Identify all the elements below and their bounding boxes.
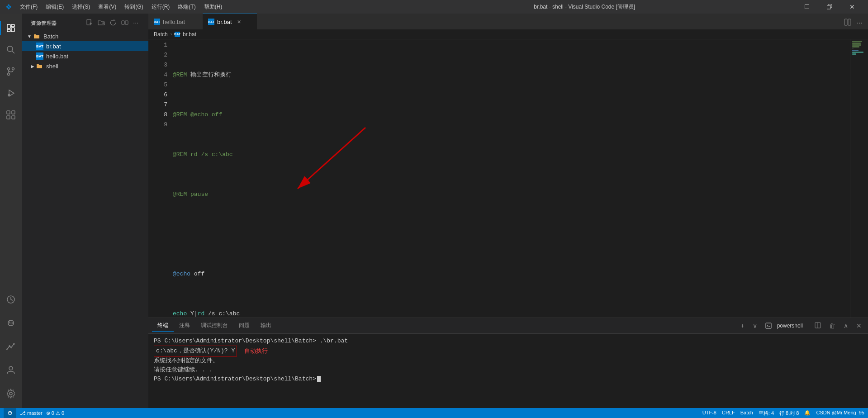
new-file-icon[interactable] bbox=[85, 18, 94, 28]
titlebar-title: br.bat - shell - Visual Studio Code [管理员… bbox=[395, 3, 774, 11]
menu-terminal[interactable]: 终端(T) bbox=[174, 2, 199, 12]
activity-run[interactable] bbox=[0, 82, 22, 104]
folder-batch-name: Batch bbox=[43, 33, 58, 40]
activity-remote[interactable] bbox=[0, 312, 22, 334]
breadcrumb-batch[interactable]: Batch bbox=[154, 31, 168, 38]
chevron-down-icon: ▼ bbox=[27, 34, 32, 39]
menu-view[interactable]: 查看(V) bbox=[95, 2, 120, 12]
folder-shell[interactable]: ▶ shell bbox=[22, 61, 148, 71]
activity-bottom bbox=[0, 289, 22, 404]
menu-file[interactable]: 文件(F) bbox=[16, 2, 41, 12]
folder-shell-name: shell bbox=[46, 63, 58, 70]
svg-rect-1 bbox=[805, 5, 809, 9]
activity-settings[interactable] bbox=[0, 383, 22, 404]
window-maximize[interactable] bbox=[797, 0, 817, 14]
terminal-tab-comments[interactable]: 注释 bbox=[174, 320, 195, 332]
line-num-7: 7 bbox=[152, 100, 167, 110]
svg-point-12 bbox=[12, 68, 14, 70]
tab-hello-bat[interactable]: BAT hello.bat bbox=[148, 14, 203, 29]
activity-extensions[interactable] bbox=[0, 104, 22, 126]
terminal-tab-output[interactable]: 输出 bbox=[255, 320, 277, 332]
terminal-close-icon[interactable]: ✕ bbox=[854, 321, 864, 330]
titlebar-controls: ✕ bbox=[774, 0, 863, 14]
terminal-tab-terminal[interactable]: 终端 bbox=[152, 320, 174, 332]
status-language[interactable]: Batch bbox=[740, 410, 753, 417]
svg-point-10 bbox=[8, 68, 10, 70]
status-line-ending[interactable]: CRLF bbox=[722, 410, 735, 417]
window-minimize[interactable] bbox=[774, 0, 795, 14]
main-layout: 资源管理器 bbox=[0, 14, 868, 408]
code-line-1: @REM 输出空行和换行 bbox=[171, 70, 850, 80]
terminal-line-4: 请按任意键继续. . . bbox=[154, 366, 863, 375]
terminal-tab-problems[interactable]: 问题 bbox=[233, 320, 255, 332]
menu-select[interactable]: 选择(S) bbox=[68, 2, 94, 12]
status-encoding[interactable]: UTF-8 bbox=[702, 410, 716, 417]
activity-explorer[interactable] bbox=[0, 17, 22, 39]
code-editor[interactable]: 1 2 3 4 5 6 7 8 9 @REM 输出空行和换行 bbox=[148, 39, 868, 318]
activity-source-control[interactable] bbox=[0, 61, 22, 82]
remote-status[interactable] bbox=[4, 408, 16, 418]
line-num-4: 4 bbox=[152, 70, 167, 80]
editor-area: BAT hello.bat BAT br.bat × ··· bbox=[148, 14, 868, 408]
activity-account[interactable] bbox=[0, 359, 22, 381]
terminal-expand-icon[interactable]: ∧ bbox=[841, 321, 851, 330]
window-close[interactable]: ✕ bbox=[842, 0, 863, 14]
terminal-chevron-icon[interactable]: ∨ bbox=[750, 321, 760, 330]
split-editor-icon[interactable] bbox=[842, 17, 853, 29]
folder-icon bbox=[33, 33, 40, 39]
terminal-tab-actions: + ∨ powershell bbox=[738, 321, 864, 331]
activity-search[interactable] bbox=[0, 39, 22, 61]
terminal-line-2: c:\abc，是否确认(Y/N)? Y 自动执行 bbox=[154, 346, 863, 356]
svg-rect-3 bbox=[827, 5, 830, 9]
file-hello-bat[interactable]: BAT hello.bat bbox=[22, 51, 148, 61]
sidebar-tree: ▼ Batch BAT br.bat BAT hello.bat ▶ bbox=[22, 31, 148, 408]
status-line-col[interactable]: 行 8,列 8 bbox=[779, 410, 799, 417]
code-line-5 bbox=[171, 229, 850, 239]
svg-rect-28 bbox=[87, 19, 91, 25]
terminal-tab-debug[interactable]: 调试控制台 bbox=[195, 320, 233, 332]
svg-line-9 bbox=[12, 51, 15, 54]
split-terminal-icon[interactable] bbox=[812, 321, 824, 331]
line-num-3: 3 bbox=[152, 60, 167, 70]
sidebar-header-icons: ··· bbox=[85, 18, 139, 28]
vscode-logo: ❖ bbox=[5, 3, 12, 11]
terminal-line-1: PS C:\Users\Administrator\Desktop\shell\… bbox=[154, 337, 863, 346]
menu-edit[interactable]: 编辑(E) bbox=[42, 2, 67, 12]
status-spaces[interactable]: 空格: 4 bbox=[759, 410, 774, 417]
activity-timeline[interactable] bbox=[0, 289, 22, 310]
status-bar: ⎇ master ⊗ 0 ⚠ 0 UTF-8 CRLF Batch 空格: 4 … bbox=[0, 408, 868, 418]
tab-actions: ··· bbox=[839, 17, 868, 29]
breadcrumb-file-icon: BAT bbox=[175, 32, 180, 37]
more-icon[interactable]: ··· bbox=[132, 18, 139, 28]
menu-run[interactable]: 运行(R) bbox=[148, 2, 174, 12]
window-restore[interactable] bbox=[819, 0, 840, 14]
new-folder-icon[interactable] bbox=[97, 18, 106, 28]
folder-batch[interactable]: ▼ Batch bbox=[22, 31, 148, 41]
tab-br-bat[interactable]: BAT br.bat × bbox=[203, 14, 257, 29]
more-actions-icon[interactable]: ··· bbox=[855, 17, 864, 29]
errors-badge[interactable]: ⊗ 0 ⚠ 0 bbox=[46, 410, 64, 416]
code-content[interactable]: @REM 输出空行和换行 @REM @echo off @REM rd /s c… bbox=[171, 39, 850, 318]
code-line-2: @REM @echo off bbox=[171, 110, 850, 120]
terminal-content[interactable]: PS C:\Users\Administrator\Desktop\shell\… bbox=[148, 334, 868, 408]
status-notification[interactable]: 🔔 bbox=[804, 410, 811, 417]
code-line-3: @REM rd /s c:\abc bbox=[171, 150, 850, 160]
menu-goto[interactable]: 转到(G) bbox=[121, 2, 147, 12]
svg-point-26 bbox=[9, 366, 13, 370]
git-branch[interactable]: ⎇ master bbox=[20, 410, 43, 416]
delete-terminal-icon[interactable]: 🗑 bbox=[826, 321, 838, 330]
breadcrumb-separator: › bbox=[171, 32, 172, 37]
menu-help[interactable]: 帮助(H) bbox=[200, 2, 226, 12]
collapse-icon[interactable] bbox=[120, 18, 129, 28]
refresh-icon[interactable] bbox=[109, 18, 118, 28]
new-terminal-icon[interactable]: + bbox=[738, 321, 747, 330]
svg-rect-17 bbox=[12, 111, 15, 114]
tab-close-button[interactable]: × bbox=[237, 17, 242, 26]
activity-analytics[interactable] bbox=[0, 336, 22, 357]
terminal-cursor bbox=[317, 376, 321, 382]
terminal-line-3: 系统找不到指定的文件。 bbox=[154, 356, 863, 366]
tab-hello-bat-label: hello.bat bbox=[163, 19, 185, 25]
svg-rect-33 bbox=[122, 21, 124, 24]
breadcrumb-file[interactable]: br.bat bbox=[183, 31, 196, 38]
file-br-bat[interactable]: BAT br.bat bbox=[22, 41, 148, 51]
